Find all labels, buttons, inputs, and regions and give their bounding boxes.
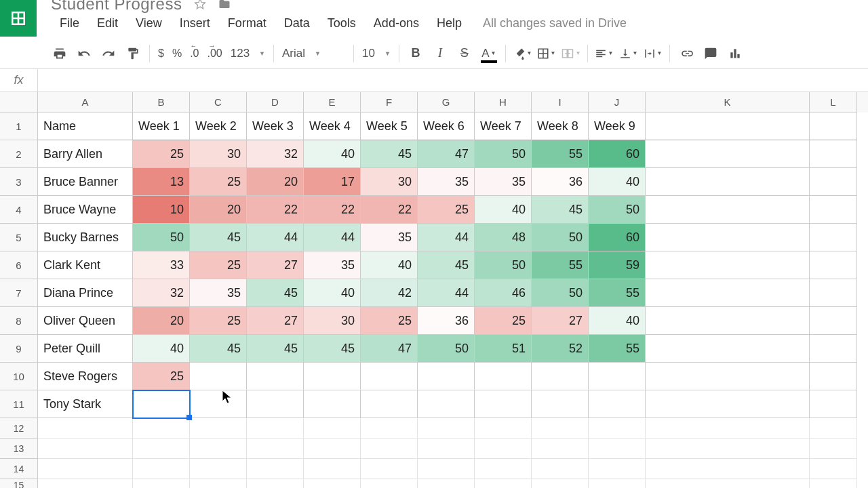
row-header-4[interactable]: 4 [0,196,38,224]
italic-button[interactable]: I [428,41,452,66]
cell-13-J[interactable] [589,439,646,459]
cell-12-D[interactable] [247,418,304,439]
cell-15-F[interactable] [361,479,418,488]
cell-8-F[interactable]: 25 [361,307,418,335]
cell-1-J[interactable]: Week 9 [589,113,646,140]
insert-comment-button[interactable] [698,41,723,66]
column-header-H[interactable]: H [475,92,532,113]
cell-11-C[interactable] [190,390,247,418]
cell-2-D[interactable]: 32 [247,140,304,168]
cell-11-H[interactable] [475,390,532,418]
column-header-J[interactable]: J [589,92,646,113]
cell-4-L[interactable] [810,196,857,224]
cell-11-G[interactable] [418,390,475,418]
cell-3-J[interactable]: 40 [589,168,646,196]
cell-10-C[interactable] [190,363,247,390]
column-header-B[interactable]: B [133,92,190,113]
cell-8-G[interactable]: 36 [418,307,475,335]
cell-5-L[interactable] [810,224,857,251]
insert-chart-button[interactable] [723,41,747,66]
column-header-K[interactable]: K [646,92,810,113]
column-header-E[interactable]: E [304,92,361,113]
cell-4-C[interactable]: 20 [190,196,247,224]
menu-data[interactable]: Data [275,12,319,35]
cell-5-F[interactable]: 35 [361,224,418,251]
cell-6-G[interactable]: 45 [418,251,475,279]
cell-5-D[interactable]: 44 [247,224,304,251]
cell-2-E[interactable]: 40 [304,140,361,168]
row-header-13[interactable]: 13 [0,439,38,459]
currency-format-button[interactable]: $ [154,47,168,60]
cell-12-A[interactable] [38,418,133,439]
row-header-5[interactable]: 5 [0,224,38,251]
cell-2-F[interactable]: 45 [361,140,418,168]
cell-3-E[interactable]: 17 [304,168,361,196]
cell-11-D[interactable] [247,390,304,418]
cell-11-L[interactable] [810,390,857,418]
cell-7-A[interactable]: Diana Prince [38,279,133,307]
menu-insert[interactable]: Insert [171,12,219,35]
cell-13-C[interactable] [190,439,247,459]
cell-15-E[interactable] [304,479,361,488]
cell-10-E[interactable] [304,363,361,390]
cell-12-G[interactable] [418,418,475,439]
row-header-6[interactable]: 6 [0,251,38,279]
cell-3-D[interactable]: 20 [247,168,304,196]
formula-input[interactable] [38,69,868,92]
cell-2-J[interactable]: 60 [589,140,646,168]
cell-8-E[interactable]: 30 [304,307,361,335]
cell-6-J[interactable]: 59 [589,251,646,279]
row-header-7[interactable]: 7 [0,279,38,307]
cell-2-H[interactable]: 50 [475,140,532,168]
cell-8-J[interactable]: 40 [589,307,646,335]
cell-2-C[interactable]: 30 [190,140,247,168]
cell-15-K[interactable] [646,479,810,488]
cell-6-K[interactable] [646,251,810,279]
cell-4-K[interactable] [646,196,810,224]
cell-14-E[interactable] [304,459,361,479]
cell-8-A[interactable]: Oliver Queen [38,307,133,335]
cell-7-H[interactable]: 46 [475,279,532,307]
cell-3-A[interactable]: Bruce Banner [38,168,133,196]
cell-6-A[interactable]: Clark Kent [38,251,133,279]
cell-7-B[interactable]: 32 [133,279,190,307]
cell-4-E[interactable]: 22 [304,196,361,224]
row-header-11[interactable]: 11 [0,390,38,418]
cell-4-A[interactable]: Bruce Wayne [38,196,133,224]
menu-edit[interactable]: Edit [88,12,127,35]
strikethrough-button[interactable]: S [452,41,477,66]
cell-4-I[interactable]: 45 [532,196,589,224]
cell-11-K[interactable] [646,390,810,418]
cell-13-D[interactable] [247,439,304,459]
cell-8-K[interactable] [646,307,810,335]
cell-7-E[interactable]: 40 [304,279,361,307]
cell-14-D[interactable] [247,459,304,479]
horizontal-align-button[interactable]: ▼ [592,41,616,66]
undo-button[interactable] [72,41,96,66]
column-header-D[interactable]: D [247,92,304,113]
cell-6-H[interactable]: 50 [475,251,532,279]
cell-14-H[interactable] [475,459,532,479]
cell-3-L[interactable] [810,168,857,196]
row-header-2[interactable]: 2 [0,140,38,168]
cell-4-B[interactable]: 10 [133,196,190,224]
select-all-corner[interactable] [0,92,38,113]
cell-8-B[interactable]: 20 [133,307,190,335]
cell-6-C[interactable]: 25 [190,251,247,279]
row-header-8[interactable]: 8 [0,307,38,335]
cell-11-A[interactable]: Tony Stark [38,390,133,418]
cell-5-E[interactable]: 44 [304,224,361,251]
cell-7-J[interactable]: 55 [589,279,646,307]
cell-15-J[interactable] [589,479,646,488]
bold-button[interactable]: B [403,41,428,66]
cell-1-I[interactable]: Week 8 [532,113,589,140]
cell-2-G[interactable]: 47 [418,140,475,168]
cell-6-L[interactable] [810,251,857,279]
cell-1-G[interactable]: Week 6 [418,113,475,140]
cell-9-E[interactable]: 45 [304,335,361,363]
cell-1-K[interactable] [646,113,810,140]
row-header-12[interactable]: 12 [0,418,38,439]
cell-14-I[interactable] [532,459,589,479]
cell-7-L[interactable] [810,279,857,307]
cell-3-I[interactable]: 36 [532,168,589,196]
